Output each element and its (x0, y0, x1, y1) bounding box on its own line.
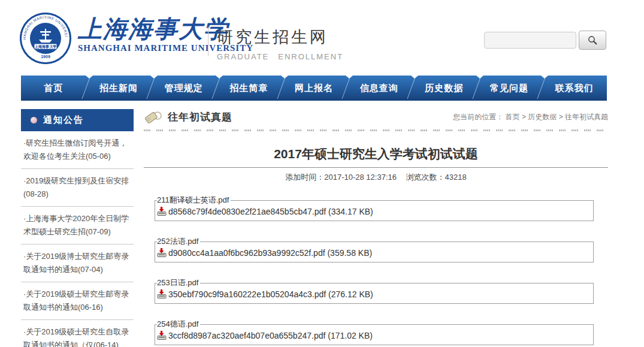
section-title: 往年初试真题 (168, 110, 232, 124)
breadcrumb-history-data[interactable]: 历史数据 (528, 113, 557, 121)
site-title-en: GRADUATE ENROLLMENT (217, 52, 343, 62)
page-title: 2017年硕士研究生入学考试初试试题 (144, 146, 608, 162)
breadcrumb-label: 您当前的位置： (453, 113, 503, 121)
nav-item-regulations[interactable]: 管理规定 (151, 76, 216, 101)
site-block: 研究生招生网 GRADUATE ENROLLMENT (217, 26, 343, 62)
logo-year: 1909 (41, 55, 50, 59)
content-header: 往年初试真题 您当前的位置： 首页 > 历史数据 > 往年初试真题 (144, 109, 608, 125)
site-title-cn: 研究生招生网 (217, 26, 343, 48)
breadcrumb: 您当前的位置： 首页 > 历史数据 > 往年初试真题 (453, 112, 608, 122)
nav-item-online-apply[interactable]: 网上报名 (282, 76, 347, 101)
article-meta: 添加时间：2017-10-28 12:37:16 浏览次数：43218 (144, 172, 608, 183)
download-icon (157, 330, 167, 340)
nav-item-history-data[interactable]: 历史数据 (412, 76, 477, 101)
search-input[interactable] (484, 32, 576, 49)
attachment-box: 252法语.pdf d9080cc4a1aa0f6bc962b93a9992c5… (155, 236, 594, 262)
nav-item-news[interactable]: 招生新闻 (86, 76, 152, 101)
notice-item[interactable]: ·研究生招生微信订阅号开通，欢迎各位考生关注(05-06) (21, 131, 134, 169)
breadcrumb-home[interactable]: 首页 (506, 113, 520, 121)
attachment-name: 253日语.pdf (157, 277, 200, 288)
page: SHANGHAI MARITIME UNIVERSITY 上海海事大学 1909… (0, 0, 644, 347)
search-icon (587, 35, 598, 46)
main-content: 往年初试真题 您当前的位置： 首页 > 历史数据 > 往年初试真题 2017年硕… (144, 109, 608, 347)
download-icon (157, 206, 167, 216)
tags-icon (144, 110, 163, 124)
attachment-filename: d9080cc4a1aa0f6bc962b93a9992c52f.pdf (35… (168, 248, 372, 258)
nav-item-home[interactable]: 首页 (21, 76, 86, 101)
attachment-name: 252法语.pdf (157, 236, 200, 247)
added-time: 添加时间：2017-10-28 12:37:16 (285, 173, 397, 182)
nav-item-guide[interactable]: 招生简章 (216, 76, 282, 101)
attachment-filename: 3ccf8d8987ac320aef4b07e0a655b247.pdf (17… (168, 331, 373, 340)
attachment-download-link[interactable]: 350ebf790c9f9a160222e1b05204a4c3.pdf (27… (157, 289, 588, 299)
main-nav: 首页 招生新闻 管理规定 招生简章 网上报名 信息查询 历史数据 常见问题 联系… (21, 76, 607, 101)
attachment-download-link[interactable]: 3ccf8d8987ac320aef4b07e0a655b247.pdf (17… (157, 330, 588, 340)
attachment-list: 211翻译硕士英语.pdf d8568c79f4de0830e2f21ae845… (144, 195, 608, 345)
download-icon (157, 248, 167, 258)
header-divider (208, 26, 208, 56)
sidebar-header: 通知公告 (21, 109, 134, 131)
attachment-filename: d8568c79f4de0830e2f21ae845b5cb47.pdf (33… (168, 207, 373, 216)
breadcrumb-separator: > (522, 113, 526, 121)
bullet-icon (31, 117, 37, 123)
logo-banner-text: 上海海事大学 (34, 44, 56, 49)
attachment-download-link[interactable]: d8568c79f4de0830e2f21ae845b5cb47.pdf (33… (157, 206, 588, 216)
sidebar-notices: 通知公告 ·研究生招生微信订阅号开通，欢迎各位考生关注(05-06) ·2019… (21, 109, 134, 347)
title-underline (144, 167, 608, 168)
breadcrumb-current: 往年初试真题 (565, 113, 608, 121)
attachment-box: 211翻译硕士英语.pdf d8568c79f4de0830e2f21ae845… (155, 195, 594, 221)
header: SHANGHAI MARITIME UNIVERSITY 上海海事大学 1909… (0, 0, 644, 73)
attachment-download-link[interactable]: d9080cc4a1aa0f6bc962b93a9992c52f.pdf (35… (157, 248, 588, 258)
notice-item[interactable]: ·上海海事大学2020年全日制学术型硕士研究生招(07-09) (21, 207, 134, 245)
dashed-divider (144, 129, 608, 131)
notice-item[interactable]: ·关于2019级硕士研究生自取录取通知书的通知（仅(06-14) (21, 320, 134, 347)
notice-item[interactable]: ·关于2019级硕士研究生邮寄录取通知书的通知(06-16) (21, 282, 134, 320)
nav-item-faq[interactable]: 常见问题 (477, 76, 542, 101)
breadcrumb-separator: > (559, 113, 563, 121)
notice-item[interactable]: ·2019级研究生报到及住宿安排(08-28) (21, 169, 134, 207)
sidebar-title: 通知公告 (43, 114, 84, 126)
nav-item-contact[interactable]: 联系我们 (542, 76, 607, 101)
attachment-filename: 350ebf790c9f9a160222e1b05204a4c3.pdf (27… (168, 289, 373, 299)
search-button[interactable] (579, 31, 606, 50)
notice-item[interactable]: ·关于2019级博士研究生邮寄录取通知书的通知(07-04) (21, 245, 134, 282)
download-icon (157, 289, 167, 299)
attachment-box: 254德语.pdf 3ccf8d8987ac320aef4b07e0a655b2… (155, 319, 594, 345)
attachment-box: 253日语.pdf 350ebf790c9f9a160222e1b05204a4… (155, 277, 594, 304)
attachment-name: 254德语.pdf (157, 319, 200, 330)
university-logo[interactable]: SHANGHAI MARITIME UNIVERSITY 上海海事大学 1909 (19, 12, 72, 65)
attachment-name: 211翻译硕士英语.pdf (157, 195, 231, 206)
view-count: 浏览次数：43218 (406, 173, 467, 182)
nav-item-info-query[interactable]: 信息查询 (346, 76, 412, 101)
